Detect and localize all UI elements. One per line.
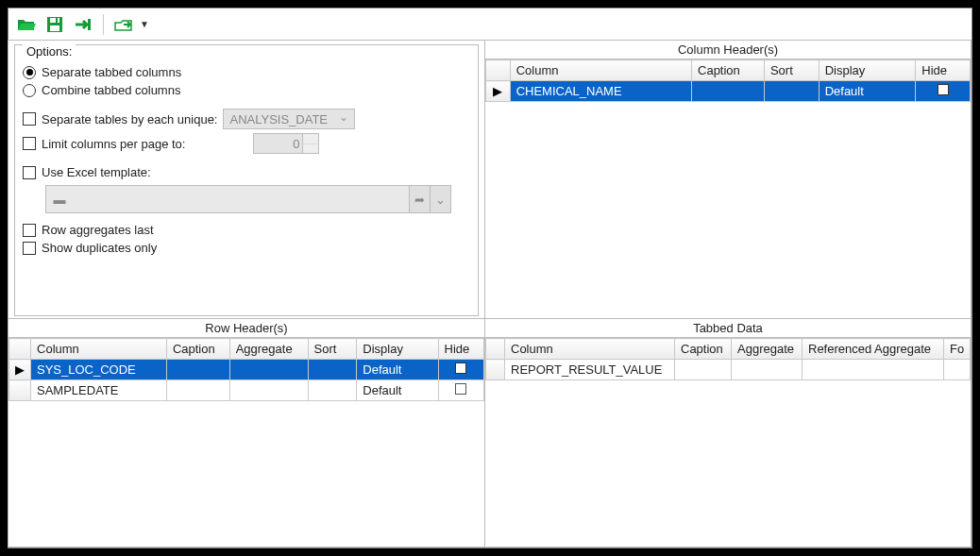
table-row[interactable]: SAMPLEDATE Default (9, 380, 484, 401)
chk-use-template[interactable] (23, 166, 36, 179)
row-selector-icon[interactable]: ▶ (486, 81, 511, 102)
row-selector-icon[interactable] (9, 380, 31, 401)
svg-rect-1 (50, 18, 59, 23)
options-legend: Options: (23, 44, 76, 59)
table-row[interactable]: ▶ SYS_LOC_CODE Default (9, 360, 484, 380)
tabbed-data-title: Tabbed Data (485, 319, 971, 338)
template-browse-icon[interactable]: ➦ (409, 186, 430, 212)
toolbar-separator (103, 14, 104, 35)
table-header-row: Column Caption Aggregate Referenced Aggr… (486, 339, 971, 360)
chk-row-aggregates-last-label: Row aggregates last (42, 223, 154, 237)
toolbar: ▼ (8, 8, 972, 41)
export-icon[interactable] (113, 14, 134, 35)
row-headers-table[interactable]: Column Caption Aggregate Sort Display Hi… (8, 338, 484, 401)
import-icon[interactable] (73, 14, 93, 35)
save-icon[interactable] (44, 14, 65, 35)
folder-icon: ▬ (46, 193, 73, 207)
separate-tables-combo[interactable]: ANALYSIS_DATE (223, 109, 355, 129)
app-window: ▼ Options: Separate tabbed columns Combi… (8, 8, 972, 548)
chk-use-template-label: Use Excel template: (42, 165, 151, 179)
radio-separate-label: Separate tabbed columns (42, 65, 181, 79)
chk-limit-columns-label: Limit columns per page to: (42, 137, 185, 151)
hide-checkbox[interactable] (455, 362, 466, 374)
table-row[interactable]: REPORT_RESULT_VALUE (486, 360, 971, 380)
options-panel: Options: Separate tabbed columns Combine… (8, 40, 485, 319)
table-header-row: Column Caption Sort Display Hide (486, 60, 971, 81)
template-dropdown-icon[interactable]: ⌄ (430, 186, 450, 212)
row-selector-icon[interactable] (486, 360, 505, 380)
row-headers-title: Row Header(s) (8, 319, 484, 338)
svg-rect-3 (56, 18, 58, 23)
chk-separate-tables-label: Separate tables by each unique: (42, 112, 217, 126)
main-grid: Options: Separate tabbed columns Combine… (8, 41, 972, 548)
column-headers-panel: Column Header(s) Column Caption Sort Dis… (484, 40, 972, 319)
chk-limit-columns[interactable] (23, 137, 36, 150)
radio-separate-tabbed[interactable] (23, 66, 36, 79)
row-headers-panel: Row Header(s) Column Caption Aggregate S… (8, 318, 485, 548)
chk-show-duplicates-label: Show duplicates only (42, 241, 157, 255)
limit-columns-spinner[interactable]: 0 (253, 133, 319, 154)
column-headers-table[interactable]: Column Caption Sort Display Hide ▶ CHEMI… (485, 59, 971, 102)
chk-row-aggregates-last[interactable] (23, 224, 36, 237)
template-path-box: ▬ ➦ ⌄ (45, 185, 451, 213)
radio-combine-tabbed[interactable] (23, 84, 36, 97)
column-headers-title: Column Header(s) (485, 41, 971, 59)
tabbed-data-panel: Tabbed Data Column Caption Aggregate Ref… (484, 318, 972, 548)
table-header-row: Column Caption Aggregate Sort Display Hi… (9, 339, 484, 360)
export-dropdown-caret[interactable]: ▼ (140, 19, 149, 29)
chk-show-duplicates[interactable] (23, 242, 36, 255)
hide-checkbox[interactable] (455, 383, 466, 395)
chk-separate-tables[interactable] (23, 112, 36, 126)
table-row[interactable]: ▶ CHEMICAL_NAME Default (486, 81, 971, 102)
radio-combine-label: Combine tabbed columns (42, 83, 180, 97)
hide-checkbox[interactable] (938, 84, 949, 95)
svg-rect-2 (50, 25, 59, 31)
tabbed-data-table[interactable]: Column Caption Aggregate Referenced Aggr… (485, 338, 971, 380)
svg-rect-4 (88, 19, 91, 30)
folder-open-icon[interactable] (16, 14, 37, 35)
row-selector-icon[interactable]: ▶ (9, 360, 31, 380)
